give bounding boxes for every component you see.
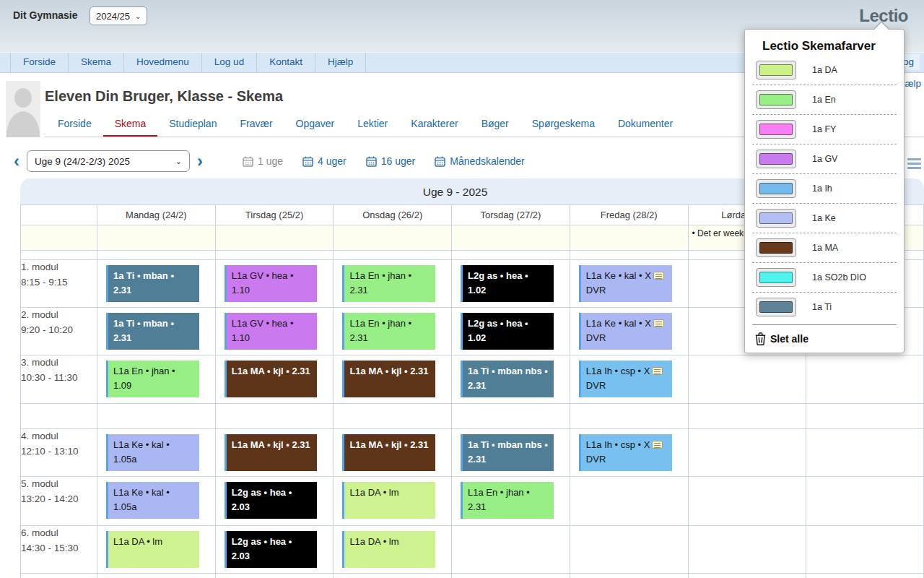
nav-item-kontakt[interactable]: Kontakt xyxy=(257,53,315,72)
nav-item-hj-lp[interactable]: Hjælp xyxy=(315,53,366,72)
lesson-block[interactable]: 1a Ti • mban • 2.31 xyxy=(106,313,199,350)
color-label: 1a Ke xyxy=(812,213,836,223)
lesson-block[interactable]: L1a DA • lm xyxy=(342,531,435,568)
lesson-block[interactable]: L1a MA • kjl • 2.31 xyxy=(342,434,435,471)
lesson-block[interactable]: L1a En • jhan • 2.31 xyxy=(461,482,554,519)
lesson-block[interactable]: L1a Ih • csp • X DVR xyxy=(579,361,672,397)
lesson-block[interactable]: L1a En • jhan • 2.31 xyxy=(342,313,435,350)
lesson-block[interactable]: L1a MA • kjl • 2.31 xyxy=(225,361,318,397)
prev-week-button[interactable]: ‹ xyxy=(9,152,25,171)
tab-dokumenter[interactable]: Dokumenter xyxy=(606,113,684,137)
week-select[interactable]: Uge 9 (24/2-2/3) 2025 ⌄ xyxy=(27,150,190,172)
view-16-uger[interactable]: 16 uger xyxy=(366,155,415,167)
lesson-block[interactable]: L1a Ke • kal • X DVR xyxy=(579,313,672,350)
lesson-block[interactable]: L1a Ke • kal • X DVR xyxy=(579,265,672,302)
day-header: Torsdag (27/2) xyxy=(452,205,570,225)
spacer-row xyxy=(21,574,924,578)
next-week-button[interactable]: › xyxy=(192,152,208,171)
nav-item-log-ud[interactable]: Log ud xyxy=(202,53,257,72)
lesson-block[interactable]: L1a Ke • kal • 1.05a xyxy=(106,482,199,519)
day-header: Mandag (24/2) xyxy=(97,205,215,225)
tab-lektier[interactable]: Lektier xyxy=(346,113,399,137)
schedule-cell xyxy=(806,574,924,578)
lesson-block[interactable]: L1a GV • hea • 1.10 xyxy=(225,265,318,302)
color-swatch-button[interactable] xyxy=(756,268,796,287)
lesson-block[interactable]: L2g as • hea • 2.03 xyxy=(225,482,318,519)
color-list: 1a DA1a En1a FY1a GV1a Ih1a Ke1a MA1a SO… xyxy=(745,56,904,322)
color-swatch-button[interactable] xyxy=(756,238,796,257)
nav-item-forside[interactable]: Forside xyxy=(10,53,69,72)
lesson-block[interactable]: L2g as • hea • 1.02 xyxy=(461,265,554,302)
schedule-cell: L1a En • jhan • 1.09 xyxy=(97,355,215,404)
schedule-cell xyxy=(97,404,215,429)
lesson-block[interactable]: L1a En • jhan • 1.09 xyxy=(106,361,199,397)
tab-opgaver[interactable]: Opgaver xyxy=(284,113,346,137)
tab-frav-r[interactable]: Fravær xyxy=(228,113,284,137)
color-row-1a-ma: 1a MA xyxy=(745,233,904,262)
color-swatch-button[interactable] xyxy=(756,150,796,168)
color-swatch xyxy=(759,301,793,313)
module-time: 13:20 - 14:20 xyxy=(21,492,97,507)
color-label: 1a GV xyxy=(812,154,837,164)
module-time: 8:15 - 9:15 xyxy=(21,275,97,290)
time-column-header xyxy=(21,205,97,225)
color-swatch-button[interactable] xyxy=(756,120,796,139)
schedule-cell xyxy=(97,574,215,578)
day-header: Onsdag (26/2) xyxy=(334,205,452,225)
schedule-cell: L1a MA • kjl • 2.31 xyxy=(215,429,334,477)
tab-studieplan[interactable]: Studieplan xyxy=(157,113,228,137)
lesson-block[interactable]: L1a MA • kjl • 2.31 xyxy=(342,361,435,397)
delete-all-button[interactable]: Slet alle xyxy=(745,325,904,347)
schedule-cell: L2g as • hea • 2.03 xyxy=(215,526,334,574)
tab-skema[interactable]: Skema xyxy=(103,113,158,137)
lesson-block[interactable]: L1a Ih • csp • X DVR xyxy=(579,434,672,471)
tab-forside[interactable]: Forside xyxy=(46,113,103,137)
view-4-uger[interactable]: 4 uger xyxy=(302,155,346,167)
color-swatch-button[interactable] xyxy=(756,61,796,79)
schedule-cell: L1a GV • hea • 1.10 xyxy=(215,260,334,308)
view-m-nedskalender[interactable]: Månedskalender xyxy=(435,155,525,167)
schedule-cell: L1a Ke • kal • 1.05a xyxy=(97,429,215,477)
lesson-block[interactable]: L1a Ke • kal • 1.05a xyxy=(106,434,199,471)
color-swatch-button[interactable] xyxy=(756,298,796,316)
color-swatch-button[interactable] xyxy=(756,179,796,198)
lesson-block[interactable]: L2g as • hea • 2.03 xyxy=(225,531,318,568)
lesson-block[interactable]: 1a Ti • mban nbs • 2.31 xyxy=(461,434,554,471)
lesson-block[interactable]: L1a GV • hea • 1.10 xyxy=(225,313,318,350)
color-label: 1a SO2b DIO xyxy=(812,272,866,282)
lesson-block[interactable]: 1a Ti • mban nbs • 2.31 xyxy=(461,361,554,397)
module-time: 14:30 - 15:30 xyxy=(21,541,97,556)
lesson-block[interactable]: L2g as • hea • 1.02 xyxy=(461,313,554,350)
schedule-cell: L1a MA • kjl • 2.31 xyxy=(334,355,452,404)
tab-sp-rgeskema[interactable]: Spørgeskema xyxy=(520,113,606,137)
school-year-select[interactable]: 2024/25 ⌄ xyxy=(90,7,147,25)
module-time: 9:20 - 10:20 xyxy=(21,323,97,338)
lesson-block[interactable]: 1a Ti • mban • 2.31 xyxy=(106,265,199,302)
color-row-1a-gv: 1a GV xyxy=(745,144,904,173)
schedule-cell: L1a En • jhan • 2.31 xyxy=(452,477,570,526)
menu-icon[interactable] xyxy=(907,158,921,171)
lesson-block[interactable]: L1a En • jhan • 2.31 xyxy=(342,265,435,302)
lesson-block[interactable]: L1a MA • kjl • 2.31 xyxy=(225,434,318,471)
avatar-shoulders xyxy=(6,111,40,137)
info-cell xyxy=(570,225,688,251)
note-icon xyxy=(653,272,664,280)
module-time: 10:30 - 11:30 xyxy=(21,371,97,386)
lesson-block[interactable]: L1a DA • lm xyxy=(342,482,435,519)
lesson-block[interactable]: L1a DA • lm xyxy=(106,531,199,568)
module-row: 5. modul13:20 - 14:20L1a Ke • kal • 1.05… xyxy=(21,477,924,526)
day-header: Tirsdag (25/2) xyxy=(215,205,334,225)
module-row: 4. modul12:10 - 13:10L1a Ke • kal • 1.05… xyxy=(21,429,924,477)
tab-b-ger[interactable]: Bøger xyxy=(470,113,520,137)
color-label: 1a FY xyxy=(812,124,836,134)
color-swatch-button[interactable] xyxy=(756,209,796,228)
color-swatch-button[interactable] xyxy=(756,90,796,109)
color-row-1a-ti: 1a Ti xyxy=(745,293,904,322)
nav-item-skema[interactable]: Skema xyxy=(69,53,124,72)
module-time-cell xyxy=(21,404,97,429)
nav-item-hovedmenu[interactable]: Hovedmenu xyxy=(124,53,202,72)
module-label: 3. modul xyxy=(21,355,97,371)
tab-karakterer[interactable]: Karakterer xyxy=(399,113,469,137)
color-label: 1a DA xyxy=(812,65,837,75)
nav-partial-link-bottom[interactable]: ælp xyxy=(905,78,921,89)
